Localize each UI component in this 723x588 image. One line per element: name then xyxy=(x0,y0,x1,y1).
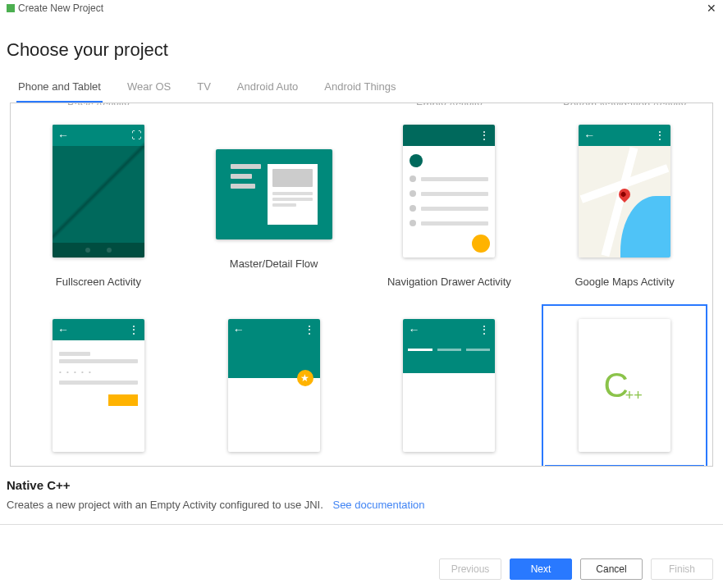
tab-android-things[interactable]: Android Things xyxy=(323,75,397,103)
tabs: Phone and Tablet Wear OS TV Android Auto… xyxy=(0,75,723,103)
template-card-native-cpp[interactable]: C++ Native C++ xyxy=(537,299,712,467)
template-thumb: ←⋮ • • • • • xyxy=(53,319,144,452)
template-label: Login Activity xyxy=(19,465,178,467)
template-thumb: ←⛶ xyxy=(53,125,144,258)
template-label: Tabbed Activity xyxy=(370,465,529,467)
template-label: Navigation Drawer Activity xyxy=(370,271,529,293)
tab-phone-tablet[interactable]: Phone and Tablet xyxy=(16,75,103,103)
back-arrow-icon: ← xyxy=(408,323,419,336)
template-gallery: Basic Activity Empty Activity Bottom Nav… xyxy=(10,103,713,467)
back-arrow-icon: ← xyxy=(57,323,69,336)
back-arrow-icon: ← xyxy=(233,323,245,336)
cancel-button[interactable]: Cancel xyxy=(580,558,643,580)
template-label: Fullscreen Activity xyxy=(19,271,178,293)
tab-android-auto[interactable]: Android Auto xyxy=(236,75,300,103)
template-label: Google Maps Activity xyxy=(545,271,704,293)
template-thumb: ←⋮ ★ xyxy=(228,319,320,452)
template-card-tabbed[interactable]: ←⋮ Tabbed Activity xyxy=(362,299,538,467)
titlebar: Create New Project ✕ xyxy=(0,0,723,16)
back-arrow-icon: ← xyxy=(583,129,595,142)
description-title: Native C++ xyxy=(7,478,716,492)
tab-tv[interactable]: TV xyxy=(195,75,213,103)
template-thumb: ←⋮ xyxy=(403,319,495,452)
template-thumb: ⋮ xyxy=(403,125,495,258)
page-title: Choose your project xyxy=(0,16,723,75)
template-card-maps[interactable]: ←⋮ Google Maps Activity xyxy=(537,105,712,299)
template-card-scrolling[interactable]: ←⋮ ★ Scrolling Activity xyxy=(186,299,362,467)
template-label: Native C++ xyxy=(545,465,704,467)
overflow-icon: ⋮ xyxy=(128,323,140,336)
cpp-icon: C++ xyxy=(603,366,645,405)
template-thumb: C++ xyxy=(579,319,670,452)
footer-buttons: Previous Next Cancel Finish xyxy=(439,558,713,580)
template-thumb xyxy=(216,149,332,239)
template-label: Master/Detail Flow xyxy=(194,253,354,275)
template-card-navdrawer[interactable]: ⋮ Navigation Drawer Activity xyxy=(362,105,538,299)
template-card-login[interactable]: ←⋮ • • • • • Login Activity xyxy=(11,299,186,467)
template-card-masterdetail[interactable]: Master/Detail Flow xyxy=(186,105,362,299)
description-area: Native C++ Creates a new project with an… xyxy=(0,467,723,516)
finish-button[interactable]: Finish xyxy=(651,558,713,580)
tab-wear-os[interactable]: Wear OS xyxy=(126,75,172,103)
template-label: Scrolling Activity xyxy=(194,465,354,467)
see-documentation-link[interactable]: See documentation xyxy=(332,499,424,511)
overflow-icon: ⋮ xyxy=(478,129,490,142)
overflow-icon: ⋮ xyxy=(478,323,490,336)
close-icon[interactable]: ✕ xyxy=(707,2,716,15)
overflow-icon: ⋮ xyxy=(654,129,666,142)
description-text: Creates a new project with an Empty Acti… xyxy=(7,499,323,511)
window-title: Create New Project xyxy=(18,2,103,14)
previous-button[interactable]: Previous xyxy=(439,558,501,580)
template-card-fullscreen[interactable]: ←⛶ Fullscreen Activity xyxy=(11,105,186,299)
overflow-icon: ⋮ xyxy=(304,323,315,336)
separator xyxy=(0,524,723,525)
fab-icon: ★ xyxy=(297,370,313,386)
next-button[interactable]: Next xyxy=(510,558,572,580)
template-thumb: ←⋮ xyxy=(579,125,670,258)
app-icon xyxy=(7,4,15,12)
